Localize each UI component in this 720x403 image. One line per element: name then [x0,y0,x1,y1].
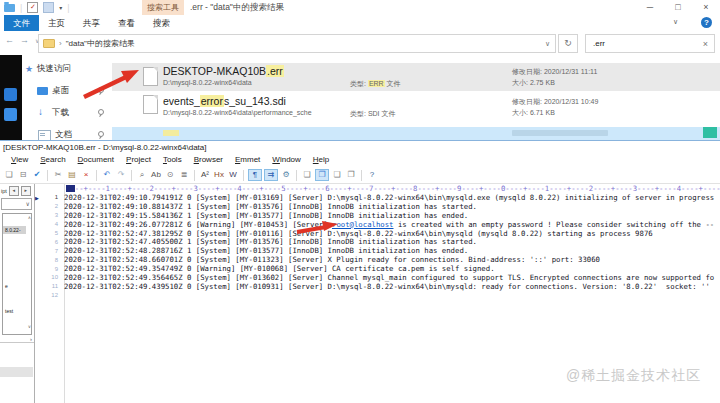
panel-combo-box[interactable]: ∨ [1,198,32,210]
refresh-icon[interactable]: ↻ [558,34,578,53]
find-icon[interactable]: ⌕ [136,169,148,181]
search-highlight: ERR [368,80,385,87]
sidebar-item-desktop[interactable]: 桌面 [22,83,110,99]
close-button[interactable]: × [692,0,720,14]
help-icon[interactable]: ? [701,17,712,28]
new-file-icon[interactable]: ❏ [3,169,15,181]
log-line[interactable]: 112020-12-31T02:52:49.439510Z 0 [System]… [34,282,720,291]
window-split-4-icon[interactable]: ❐ [345,169,357,181]
scroll-down-icon[interactable]: ∨ [28,324,31,329]
log-line[interactable]: 72020-12-31T02:52:48.288716Z 1 [System] … [34,246,720,255]
taskbar-app-icon[interactable] [4,88,17,101]
file-type: 类型: SDI 文件 [350,109,396,119]
print-icon[interactable]: ⊟ [17,169,29,181]
log-line[interactable]: 92020-12-31T02:52:49.354749Z 0 [Warning]… [34,264,720,273]
redo-icon[interactable]: ↷ [115,169,127,181]
panel-list-box[interactable]: ∧ ∨ 8.0.22-etest [2,213,32,335]
log-line[interactable]: 22020-12-31T02:49:10.881437Z 1 [System] … [34,202,720,211]
panel-list-item[interactable]: test [3,307,26,315]
maximize-button[interactable]: □ [664,0,692,14]
file-row[interactable]: events_errors_su_143.sdiD:\mysql-8.0.22-… [112,91,720,122]
panel-next-icon[interactable]: ▸ [21,186,31,196]
log-line[interactable]: 102020-12-31T02:52:49.356465Z 0 [System]… [34,273,720,282]
panel-prev-icon[interactable]: ◂ [9,186,19,196]
panel-list-item[interactable]: e [3,282,26,290]
minimize-button[interactable]: ─ [636,0,664,14]
log-line[interactable]: 82020-12-31T02:52:48.660701Z 0 [System] … [34,255,720,264]
line-number: 12 [34,292,58,298]
window-split-3-icon[interactable]: ❏ [331,169,343,181]
properties-icon[interactable]: ✓ [27,2,38,13]
crumb-separator-icon: › [59,39,62,48]
log-line[interactable]: 52020-12-31T02:52:47.381295Z 0 [System] … [34,229,720,238]
hex-view-icon[interactable]: Hx [213,169,225,181]
separator: | [20,3,22,13]
uppercase-icon[interactable]: A² [199,169,211,181]
log-line[interactable]: 12020-12-31T02:49:10.794191Z 0 [System] … [34,193,720,202]
line-number: 6 [34,239,58,245]
sidebar-item-downloads[interactable]: 下载 [22,105,110,121]
file-row-partial[interactable] [112,127,720,140]
spell-check-icon[interactable]: ✔ [31,169,43,181]
menu-help[interactable]: Help [307,153,335,167]
menu-browser[interactable]: Browser [188,153,229,167]
sidebar-item-quick-access[interactable]: ★ 快速访问 [22,63,71,75]
delete-icon[interactable]: × [80,169,92,181]
file-type: 类型: ERR 文件 [350,79,401,89]
qat-dropdown-icon[interactable]: ▾ [59,4,62,11]
ribbon-tab-share[interactable]: 共享 [74,15,109,31]
menu-project[interactable]: Project [120,153,157,167]
scroll-up-icon[interactable]: ∧ [28,215,31,220]
log-line[interactable]: 62020-12-31T02:52:47.405500Z 1 [System] … [34,237,720,246]
toolbar-separator [243,170,244,181]
context-help-icon[interactable]: ? [366,169,378,181]
log-line[interactable]: 12 [34,291,720,300]
menu-view[interactable]: View [5,153,34,167]
toolbar-separator [47,170,48,181]
blurred-text [512,130,608,136]
log-line[interactable]: 32020-12-31T02:49:15.584136Z 1 [System] … [34,211,720,220]
word-count-icon[interactable]: W [227,169,239,181]
log-line[interactable]: 42020-12-31T02:49:26.077281Z 6 [Warning]… [34,220,720,229]
ribbon-tab-file[interactable]: 文件 [4,15,39,31]
settings-gear-icon[interactable]: ⚙ [280,169,292,181]
sidebar-item-documents[interactable]: 文档 [22,127,110,140]
taskbar-app-icon[interactable] [4,108,17,121]
breadcrumb[interactable]: "data"中的搜索结果 [66,38,135,49]
undo-icon[interactable]: ↶ [101,169,113,181]
forward-icon[interactable]: → [20,35,29,45]
menu-window[interactable]: Window [266,153,306,167]
menu-tools[interactable]: Tools [157,153,188,167]
menu-document[interactable]: Document [72,153,120,167]
ribbon-tab-search[interactable]: 搜索 [144,15,179,31]
paste-icon[interactable]: ▤ [66,169,78,181]
address-bar[interactable]: › "data"中的搜索结果 ∨ [38,34,556,53]
editor-title: [DESKTOP-MKAQ10B.err - D:\mysql-8.0.22-w… [3,143,206,152]
wrap-by-window-icon[interactable]: ¶ [248,169,262,181]
log-line-text: 2020-12-31T02:49:10.794191Z 0 [System] [… [64,193,714,202]
panel-list-item[interactable]: 8.0.22- [3,226,26,234]
downloads-icon [37,108,48,118]
search-tools-context-tab[interactable]: 搜索工具 [142,0,184,15]
window-split-2-icon[interactable]: ❐ [315,169,329,181]
log-line-text: 2020-12-31T02:49:26.077281Z 6 [Warning] … [64,220,714,229]
file-row[interactable]: DESKTOP-MKAQ10B.errD:\mysql-8.0.22-winx6… [112,63,720,91]
clear-search-icon[interactable]: × [703,39,708,49]
menu-emmet[interactable]: Emmet [229,153,266,167]
replace-icon[interactable]: Ab [150,169,162,181]
wrap-by-chars-icon[interactable]: ⇉ [264,169,278,181]
ribbon-collapse-icon[interactable]: ∨ [673,18,678,26]
menu-search[interactable]: Search [34,153,71,167]
cut-icon[interactable]: ✂ [52,169,64,181]
back-icon[interactable]: ← [5,35,14,45]
new-folder-icon[interactable] [43,2,54,13]
address-dropdown-icon[interactable]: ∨ [545,40,550,48]
ribbon-tab-home[interactable]: 主页 [39,15,74,31]
search-input[interactable]: .err × [585,34,715,53]
root-localhost-link[interactable]: root@localhost [332,220,394,229]
window-split-1-icon[interactable]: ❏ [301,169,313,181]
outline-icon[interactable]: ≣ [178,169,190,181]
pin-icon [96,109,104,117]
ribbon-tab-view[interactable]: 查看 [109,15,144,31]
goto-icon[interactable]: ⊙ [164,169,176,181]
